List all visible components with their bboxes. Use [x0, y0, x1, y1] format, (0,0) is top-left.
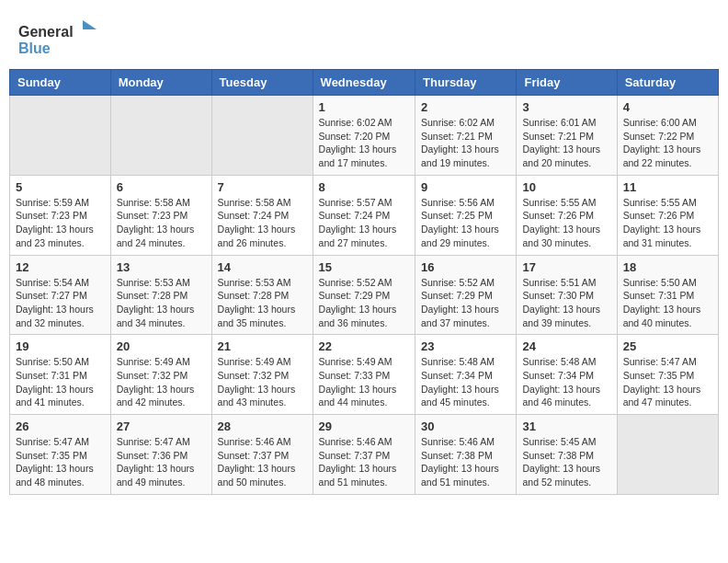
day-number: 10 [522, 180, 610, 194]
day-number: 24 [522, 339, 610, 353]
day-number: 1 [319, 100, 409, 114]
svg-text:Blue: Blue [18, 40, 51, 56]
day-number: 15 [319, 260, 409, 274]
day-number: 26 [16, 419, 105, 433]
day-number: 14 [218, 260, 307, 274]
calendar-cell: 15Sunrise: 5:52 AMSunset: 7:29 PMDayligh… [313, 255, 415, 335]
calendar-cell: 23Sunrise: 5:48 AMSunset: 7:34 PMDayligh… [415, 335, 517, 415]
cell-content: Sunrise: 5:57 AMSunset: 7:24 PMDaylight:… [319, 196, 409, 250]
day-number: 23 [421, 339, 510, 353]
calendar-cell: 27Sunrise: 5:47 AMSunset: 7:36 PMDayligh… [110, 415, 211, 495]
column-header-tuesday: Tuesday [211, 70, 313, 96]
calendar-cell: 18Sunrise: 5:50 AMSunset: 7:31 PMDayligh… [617, 255, 718, 335]
cell-content: Sunrise: 5:53 AMSunset: 7:28 PMDaylight:… [218, 276, 307, 330]
cell-content: Sunrise: 5:47 AMSunset: 7:35 PMDaylight:… [623, 355, 712, 409]
cell-content: Sunrise: 6:00 AMSunset: 7:22 PMDaylight:… [623, 116, 712, 170]
calendar-cell [10, 96, 111, 176]
calendar-cell: 4Sunrise: 6:00 AMSunset: 7:22 PMDaylight… [617, 96, 718, 176]
calendar-cell: 5Sunrise: 5:59 AMSunset: 7:23 PMDaylight… [10, 175, 111, 255]
day-number: 11 [623, 180, 712, 194]
day-number: 18 [623, 260, 712, 274]
column-header-thursday: Thursday [415, 70, 517, 96]
day-number: 4 [623, 100, 712, 114]
cell-content: Sunrise: 5:59 AMSunset: 7:23 PMDaylight:… [16, 196, 105, 250]
calendar-week-row: 1Sunrise: 6:02 AMSunset: 7:20 PMDaylight… [10, 96, 719, 176]
calendar-cell: 1Sunrise: 6:02 AMSunset: 7:20 PMDaylight… [313, 96, 415, 176]
day-number: 6 [117, 180, 206, 194]
day-number: 22 [319, 339, 409, 353]
day-number: 13 [117, 260, 206, 274]
calendar-cell: 13Sunrise: 5:53 AMSunset: 7:28 PMDayligh… [110, 255, 211, 335]
calendar-header-row: SundayMondayTuesdayWednesdayThursdayFrid… [10, 70, 719, 96]
cell-content: Sunrise: 5:58 AMSunset: 7:23 PMDaylight:… [117, 196, 206, 250]
day-number: 31 [522, 419, 610, 433]
calendar-cell: 2Sunrise: 6:02 AMSunset: 7:21 PMDaylight… [415, 96, 517, 176]
column-header-friday: Friday [517, 70, 617, 96]
calendar-cell: 6Sunrise: 5:58 AMSunset: 7:23 PMDaylight… [110, 175, 211, 255]
calendar-cell: 3Sunrise: 6:01 AMSunset: 7:21 PMDaylight… [517, 96, 617, 176]
day-number: 19 [16, 339, 105, 353]
calendar-cell: 29Sunrise: 5:46 AMSunset: 7:37 PMDayligh… [313, 415, 415, 495]
cell-content: Sunrise: 5:52 AMSunset: 7:29 PMDaylight:… [421, 276, 510, 330]
calendar-cell [211, 96, 313, 176]
cell-content: Sunrise: 6:01 AMSunset: 7:21 PMDaylight:… [522, 116, 610, 170]
cell-content: Sunrise: 5:45 AMSunset: 7:38 PMDaylight:… [522, 435, 610, 489]
calendar-cell: 24Sunrise: 5:48 AMSunset: 7:34 PMDayligh… [517, 335, 617, 415]
day-number: 8 [319, 180, 409, 194]
day-number: 16 [421, 260, 510, 274]
cell-content: Sunrise: 5:58 AMSunset: 7:24 PMDaylight:… [218, 196, 307, 250]
day-number: 28 [218, 419, 307, 433]
calendar-cell: 12Sunrise: 5:54 AMSunset: 7:27 PMDayligh… [10, 255, 111, 335]
logo: GeneralBlue [18, 18, 101, 60]
calendar-cell: 22Sunrise: 5:49 AMSunset: 7:33 PMDayligh… [313, 335, 415, 415]
day-number: 30 [421, 419, 510, 433]
calendar-cell: 7Sunrise: 5:58 AMSunset: 7:24 PMDaylight… [211, 175, 313, 255]
calendar-cell: 31Sunrise: 5:45 AMSunset: 7:38 PMDayligh… [517, 415, 617, 495]
day-number: 21 [218, 339, 307, 353]
calendar-cell [110, 96, 211, 176]
calendar-cell: 19Sunrise: 5:50 AMSunset: 7:31 PMDayligh… [10, 335, 111, 415]
calendar-cell: 14Sunrise: 5:53 AMSunset: 7:28 PMDayligh… [211, 255, 313, 335]
day-number: 20 [117, 339, 206, 353]
cell-content: Sunrise: 5:52 AMSunset: 7:29 PMDaylight:… [319, 276, 409, 330]
cell-content: Sunrise: 5:47 AMSunset: 7:35 PMDaylight:… [16, 435, 105, 489]
day-number: 29 [319, 419, 409, 433]
calendar-week-row: 19Sunrise: 5:50 AMSunset: 7:31 PMDayligh… [10, 335, 719, 415]
cell-content: Sunrise: 5:49 AMSunset: 7:32 PMDaylight:… [117, 355, 206, 409]
calendar-week-row: 12Sunrise: 5:54 AMSunset: 7:27 PMDayligh… [10, 255, 719, 335]
day-number: 12 [16, 260, 105, 274]
calendar-week-row: 5Sunrise: 5:59 AMSunset: 7:23 PMDaylight… [10, 175, 719, 255]
svg-marker-1 [83, 20, 97, 29]
header: GeneralBlue [9, 9, 719, 64]
cell-content: Sunrise: 5:48 AMSunset: 7:34 PMDaylight:… [522, 355, 610, 409]
cell-content: Sunrise: 5:51 AMSunset: 7:30 PMDaylight:… [522, 276, 610, 330]
calendar-cell: 11Sunrise: 5:55 AMSunset: 7:26 PMDayligh… [617, 175, 718, 255]
cell-content: Sunrise: 5:47 AMSunset: 7:36 PMDaylight:… [117, 435, 206, 489]
calendar-cell: 17Sunrise: 5:51 AMSunset: 7:30 PMDayligh… [517, 255, 617, 335]
cell-content: Sunrise: 5:46 AMSunset: 7:37 PMDaylight:… [319, 435, 409, 489]
calendar-week-row: 26Sunrise: 5:47 AMSunset: 7:35 PMDayligh… [10, 415, 719, 495]
calendar-cell: 20Sunrise: 5:49 AMSunset: 7:32 PMDayligh… [110, 335, 211, 415]
calendar-cell: 26Sunrise: 5:47 AMSunset: 7:35 PMDayligh… [10, 415, 111, 495]
column-header-wednesday: Wednesday [313, 70, 415, 96]
logo-svg: GeneralBlue [18, 18, 101, 60]
column-header-saturday: Saturday [617, 70, 718, 96]
day-number: 25 [623, 339, 712, 353]
day-number: 9 [421, 180, 510, 194]
calendar-cell: 21Sunrise: 5:49 AMSunset: 7:32 PMDayligh… [211, 335, 313, 415]
column-header-monday: Monday [110, 70, 211, 96]
calendar-cell: 25Sunrise: 5:47 AMSunset: 7:35 PMDayligh… [617, 335, 718, 415]
cell-content: Sunrise: 5:53 AMSunset: 7:28 PMDaylight:… [117, 276, 206, 330]
cell-content: Sunrise: 5:55 AMSunset: 7:26 PMDaylight:… [623, 196, 712, 250]
calendar-cell: 30Sunrise: 5:46 AMSunset: 7:38 PMDayligh… [415, 415, 517, 495]
calendar-cell: 16Sunrise: 5:52 AMSunset: 7:29 PMDayligh… [415, 255, 517, 335]
cell-content: Sunrise: 5:50 AMSunset: 7:31 PMDaylight:… [623, 276, 712, 330]
day-number: 7 [218, 180, 307, 194]
cell-content: Sunrise: 6:02 AMSunset: 7:20 PMDaylight:… [319, 116, 409, 170]
calendar-cell [617, 415, 718, 495]
cell-content: Sunrise: 5:49 AMSunset: 7:32 PMDaylight:… [218, 355, 307, 409]
cell-content: Sunrise: 5:49 AMSunset: 7:33 PMDaylight:… [319, 355, 409, 409]
svg-text:General: General [18, 24, 74, 40]
day-number: 2 [421, 100, 510, 114]
calendar-cell: 28Sunrise: 5:46 AMSunset: 7:37 PMDayligh… [211, 415, 313, 495]
